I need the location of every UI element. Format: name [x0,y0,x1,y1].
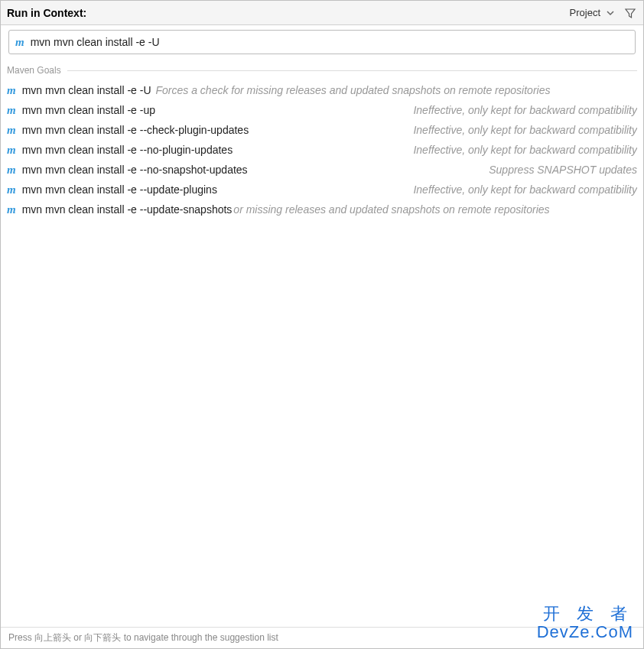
suggestion-row[interactable]: mmvn mvn clean install -e --no-snapshot-… [1,160,643,180]
maven-icon: m [7,164,16,177]
suggestion-command: mvn mvn clean install -e -U [22,84,151,96]
suggestion-command: mvn mvn clean install -e --no-plugin-upd… [22,144,233,156]
header-bar: Run in Context: Project [1,1,643,25]
suggestion-row[interactable]: mmvn mvn clean install -e -upIneffective… [1,100,643,120]
maven-icon: m [7,104,16,117]
command-input-wrapper[interactable]: m [8,30,636,54]
command-input[interactable] [31,36,629,48]
chevron-down-icon[interactable] [607,9,614,17]
suggestion-row[interactable]: mmvn mvn clean install -e -UForces a che… [1,80,643,100]
section-header: Maven Goals [1,59,643,80]
suggestion-row[interactable]: mmvn mvn clean install -e --no-plugin-up… [1,140,643,160]
suggestion-command: mvn mvn clean install -e -up [22,104,155,116]
suggestion-description: Ineffective, only kept for backward comp… [253,124,637,136]
maven-icon: m [7,203,16,216]
header-title: Run in Context: [7,7,570,19]
suggestion-description: Forces a check for missing releases and … [156,84,638,96]
suggestion-description: Suppress SNAPSHOT updates [252,164,637,176]
suggestion-command: mvn mvn clean install -e --update-plugin… [22,183,217,196]
suggestion-description: Ineffective, only kept for backward comp… [222,183,637,196]
header-right: Project [570,6,637,20]
footer-bar: Press 向上箭头 or 向下箭头 to navigate through t… [1,627,643,648]
suggestion-command: mvn mvn clean install -e --update-snapsh… [22,203,233,216]
maven-icon: m [7,124,16,137]
suggestion-description: or missing releases and updated snapshot… [233,203,637,216]
maven-icon: m [7,144,16,157]
scope-dropdown[interactable]: Project [570,7,600,18]
maven-icon: m [7,183,16,196]
footer-hint: Press 向上箭头 or 向下箭头 to navigate through t… [8,631,278,644]
suggestion-row[interactable]: mmvn mvn clean install -e --update-snaps… [1,200,643,219]
suggestion-command: mvn mvn clean install -e --no-snapshot-u… [22,164,248,176]
suggestion-row[interactable]: mmvn mvn clean install -e --check-plugin… [1,120,643,140]
suggestion-command: mvn mvn clean install -e --check-plugin-… [22,124,249,136]
suggestion-description: Ineffective, only kept for backward comp… [237,144,637,156]
maven-icon: m [15,36,24,49]
section-divider [67,70,637,71]
suggestions-list: mmvn mvn clean install -e -UForces a che… [1,80,643,627]
section-label: Maven Goals [7,65,61,76]
filter-icon[interactable] [623,6,637,20]
maven-icon: m [7,84,16,97]
suggestion-description: Ineffective, only kept for backward comp… [160,104,637,116]
suggestion-row[interactable]: mmvn mvn clean install -e --update-plugi… [1,180,643,200]
